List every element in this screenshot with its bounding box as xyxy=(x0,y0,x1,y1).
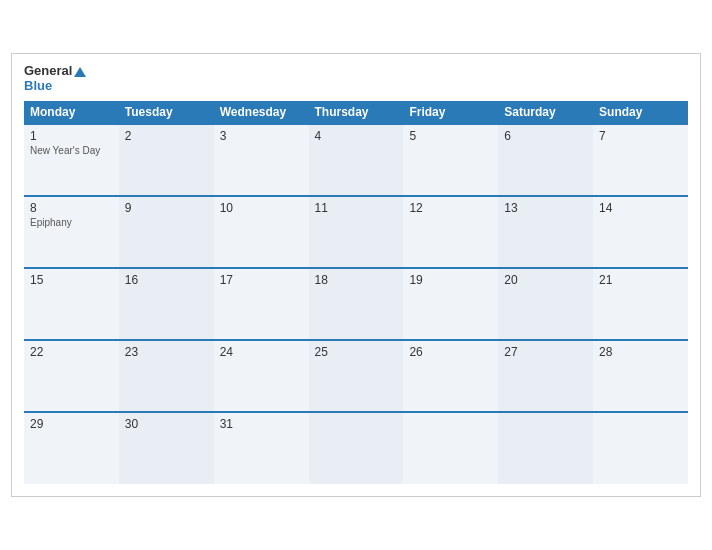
calendar-cell xyxy=(309,412,404,484)
day-number: 13 xyxy=(504,201,587,215)
calendar-cell: 9 xyxy=(119,196,214,268)
day-number: 1 xyxy=(30,129,113,143)
logo-general-text: General xyxy=(24,64,86,78)
holiday-label: New Year's Day xyxy=(30,145,113,156)
day-number: 25 xyxy=(315,345,398,359)
logo-triangle-icon xyxy=(74,67,86,77)
calendar-week-row: 1New Year's Day234567 xyxy=(24,124,688,196)
calendar-cell: 31 xyxy=(214,412,309,484)
day-number: 15 xyxy=(30,273,113,287)
calendar-cell: 28 xyxy=(593,340,688,412)
calendar-cell: 6 xyxy=(498,124,593,196)
weekday-header-tuesday: Tuesday xyxy=(119,101,214,124)
calendar-cell xyxy=(593,412,688,484)
calendar-cell: 8Epiphany xyxy=(24,196,119,268)
day-number: 2 xyxy=(125,129,208,143)
holiday-label: Epiphany xyxy=(30,217,113,228)
calendar-week-row: 8Epiphany91011121314 xyxy=(24,196,688,268)
day-number: 30 xyxy=(125,417,208,431)
day-number: 9 xyxy=(125,201,208,215)
day-number: 5 xyxy=(409,129,492,143)
calendar-cell xyxy=(403,412,498,484)
calendar-cell: 19 xyxy=(403,268,498,340)
weekday-header-thursday: Thursday xyxy=(309,101,404,124)
day-number: 21 xyxy=(599,273,682,287)
day-number: 3 xyxy=(220,129,303,143)
calendar-cell: 20 xyxy=(498,268,593,340)
day-number: 26 xyxy=(409,345,492,359)
calendar-header: General Blue xyxy=(24,64,688,93)
calendar-week-row: 22232425262728 xyxy=(24,340,688,412)
day-number: 18 xyxy=(315,273,398,287)
calendar-cell: 25 xyxy=(309,340,404,412)
calendar-cell: 12 xyxy=(403,196,498,268)
day-number: 7 xyxy=(599,129,682,143)
day-number: 11 xyxy=(315,201,398,215)
day-number: 17 xyxy=(220,273,303,287)
calendar-tbody: 1New Year's Day2345678Epiphany9101112131… xyxy=(24,124,688,484)
calendar-week-row: 293031 xyxy=(24,412,688,484)
calendar-cell: 2 xyxy=(119,124,214,196)
calendar-cell: 3 xyxy=(214,124,309,196)
calendar-cell: 24 xyxy=(214,340,309,412)
calendar-week-row: 15161718192021 xyxy=(24,268,688,340)
calendar-cell: 27 xyxy=(498,340,593,412)
day-number: 4 xyxy=(315,129,398,143)
calendar-cell: 4 xyxy=(309,124,404,196)
day-number: 28 xyxy=(599,345,682,359)
calendar-cell: 29 xyxy=(24,412,119,484)
calendar-cell: 21 xyxy=(593,268,688,340)
calendar-cell: 26 xyxy=(403,340,498,412)
day-number: 23 xyxy=(125,345,208,359)
logo-blue-text: Blue xyxy=(24,79,86,93)
day-number: 20 xyxy=(504,273,587,287)
calendar-cell: 5 xyxy=(403,124,498,196)
calendar-cell: 16 xyxy=(119,268,214,340)
calendar-cell: 23 xyxy=(119,340,214,412)
day-number: 8 xyxy=(30,201,113,215)
calendar-thead: MondayTuesdayWednesdayThursdayFridaySatu… xyxy=(24,101,688,124)
day-number: 29 xyxy=(30,417,113,431)
day-number: 19 xyxy=(409,273,492,287)
calendar-container: General Blue MondayTuesdayWednesdayThurs… xyxy=(11,53,701,497)
day-number: 16 xyxy=(125,273,208,287)
day-number: 6 xyxy=(504,129,587,143)
calendar-cell: 22 xyxy=(24,340,119,412)
weekday-header-friday: Friday xyxy=(403,101,498,124)
calendar-cell: 7 xyxy=(593,124,688,196)
day-number: 27 xyxy=(504,345,587,359)
calendar-table: MondayTuesdayWednesdayThursdayFridaySatu… xyxy=(24,101,688,484)
day-number: 14 xyxy=(599,201,682,215)
day-number: 22 xyxy=(30,345,113,359)
calendar-cell: 18 xyxy=(309,268,404,340)
weekday-header-sunday: Sunday xyxy=(593,101,688,124)
calendar-cell: 15 xyxy=(24,268,119,340)
day-number: 12 xyxy=(409,201,492,215)
calendar-cell: 30 xyxy=(119,412,214,484)
calendar-cell: 10 xyxy=(214,196,309,268)
weekday-header-saturday: Saturday xyxy=(498,101,593,124)
weekday-header-row: MondayTuesdayWednesdayThursdayFridaySatu… xyxy=(24,101,688,124)
calendar-cell: 17 xyxy=(214,268,309,340)
day-number: 31 xyxy=(220,417,303,431)
calendar-cell xyxy=(498,412,593,484)
logo: General Blue xyxy=(24,64,86,93)
day-number: 10 xyxy=(220,201,303,215)
calendar-cell: 13 xyxy=(498,196,593,268)
calendar-cell: 11 xyxy=(309,196,404,268)
weekday-header-wednesday: Wednesday xyxy=(214,101,309,124)
calendar-cell: 14 xyxy=(593,196,688,268)
weekday-header-monday: Monday xyxy=(24,101,119,124)
day-number: 24 xyxy=(220,345,303,359)
calendar-cell: 1New Year's Day xyxy=(24,124,119,196)
